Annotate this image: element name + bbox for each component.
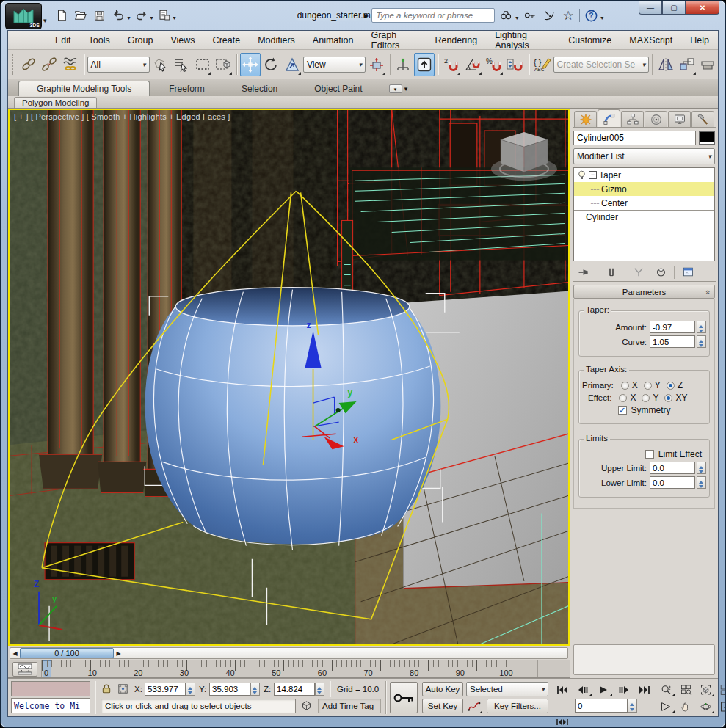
- current-frame-field[interactable]: [575, 699, 628, 713]
- perspective-viewport[interactable]: [ + ] [ Perspective ] [ Smooth + Highlig…: [8, 109, 570, 646]
- time-slider-next-icon[interactable]: ▶: [114, 648, 123, 658]
- z-coord-field[interactable]: [274, 682, 315, 696]
- save-button[interactable]: [91, 7, 109, 24]
- play-button[interactable]: [594, 682, 613, 697]
- menu-item[interactable]: Views: [161, 35, 203, 46]
- ribbon-display-dropdown[interactable]: ▾ ▾: [389, 84, 408, 93]
- auto-key-button[interactable]: Auto Key: [422, 682, 463, 696]
- limit-effect-checkbox[interactable]: [645, 450, 654, 459]
- undo-button[interactable]: [110, 7, 128, 24]
- menu-item[interactable]: Help: [681, 35, 718, 46]
- menu-item[interactable]: MAXScript: [620, 35, 681, 46]
- amount-spinner[interactable]: [697, 321, 706, 333]
- primary-x-radio[interactable]: [621, 382, 629, 390]
- redo-button[interactable]: [133, 7, 150, 24]
- key-mode-toggle-button[interactable]: [553, 714, 571, 728]
- select-by-name-button[interactable]: [171, 53, 192, 76]
- maximize-viewport-toggle-button[interactable]: [716, 699, 726, 714]
- menu-item[interactable]: Tools: [80, 35, 119, 46]
- curve-field[interactable]: [650, 335, 695, 348]
- upper-limit-field[interactable]: [650, 462, 695, 474]
- primary-y-radio[interactable]: [644, 382, 652, 390]
- time-slider-prev-icon[interactable]: ◀: [10, 648, 20, 658]
- effect-x-radio[interactable]: [619, 394, 627, 402]
- tab-hierarchy[interactable]: [621, 111, 644, 127]
- snaps-toggle-button[interactable]: 2: [441, 53, 462, 76]
- isolate-selection-button[interactable]: [300, 699, 313, 713]
- remove-modifier-button[interactable]: [650, 264, 671, 280]
- select-object-button[interactable]: [150, 53, 171, 76]
- search-input[interactable]: [371, 8, 495, 23]
- search-binoculars-icon[interactable]: [498, 7, 514, 23]
- menu-item[interactable]: Customize: [559, 35, 620, 46]
- select-and-move-button[interactable]: [240, 53, 261, 76]
- toggle-set-key-mode-button[interactable]: [390, 682, 418, 713]
- ribbon-tab-object-paint[interactable]: Object Paint: [297, 81, 380, 96]
- previous-frame-button[interactable]: [573, 682, 592, 697]
- ribbon-tab-freeform[interactable]: Freeform: [151, 81, 222, 96]
- menu-item[interactable]: Lighting Analysis: [486, 30, 559, 51]
- symmetry-checkbox[interactable]: ✓: [618, 406, 627, 415]
- open-mini-curve-editor-button[interactable]: [12, 662, 37, 677]
- primary-z-radio[interactable]: [667, 382, 675, 390]
- zoom-extents-button[interactable]: [697, 682, 715, 697]
- effect-y-radio[interactable]: [642, 394, 650, 402]
- maxscript-mini-listener[interactable]: [11, 681, 90, 696]
- ribbon-tab-selection[interactable]: Selection: [224, 81, 295, 96]
- tab-create[interactable]: [574, 111, 597, 127]
- toolbar-customize-icon[interactable]: ▾: [173, 15, 176, 21]
- collapse-icon[interactable]: −: [589, 171, 597, 179]
- barrel-object[interactable]: [145, 288, 441, 550]
- layer-manager-button[interactable]: [698, 53, 719, 76]
- field-of-view-button[interactable]: [657, 699, 675, 714]
- select-and-link-button[interactable]: [18, 53, 39, 76]
- frame-spinner[interactable]: [628, 699, 637, 713]
- maxscript-listener-line[interactable]: Welcome to Mi: [11, 698, 90, 713]
- absolute-offset-mode-button[interactable]: [117, 682, 129, 696]
- stack-item-gizmo[interactable]: ······ Gizmo: [574, 182, 714, 196]
- selection-lock-button[interactable]: [101, 682, 112, 696]
- x-coord-field[interactable]: [145, 682, 186, 696]
- object-color-swatch[interactable]: [699, 131, 715, 145]
- lower-limit-field[interactable]: [650, 476, 695, 489]
- percent-snap-toggle-button[interactable]: %: [484, 53, 504, 76]
- effect-xy-radio[interactable]: [664, 394, 672, 402]
- select-and-manipulate-button[interactable]: [393, 53, 413, 76]
- subtab-polygon-modeling[interactable]: Polygon Modeling: [14, 97, 97, 108]
- stack-item-center[interactable]: ······ Center: [574, 196, 714, 210]
- stack-item-taper[interactable]: − Taper: [574, 168, 714, 182]
- go-to-end-button[interactable]: [635, 682, 654, 697]
- viewcube[interactable]: [491, 132, 557, 181]
- set-key-button[interactable]: Set Key: [422, 699, 463, 713]
- rectangular-selection-region-button[interactable]: [192, 53, 213, 76]
- lower-limit-spinner[interactable]: [697, 476, 706, 489]
- mirror-button[interactable]: [656, 53, 676, 76]
- menu-item[interactable]: Graph Editors: [362, 30, 426, 51]
- search-flyout-icon[interactable]: ▶: [364, 12, 369, 19]
- zoom-extents-all-button[interactable]: [716, 682, 726, 697]
- zoom-all-button[interactable]: [677, 682, 695, 697]
- tab-display[interactable]: [668, 111, 691, 127]
- subscription-key-icon[interactable]: [522, 7, 538, 23]
- search-dropdown-icon[interactable]: ▾: [515, 15, 518, 21]
- spinner-snap-toggle-button[interactable]: [505, 53, 526, 76]
- pin-stack-button[interactable]: [574, 264, 595, 280]
- tab-utilities[interactable]: [691, 111, 714, 127]
- help-icon[interactable]: ?: [583, 7, 599, 23]
- toolbar-grip[interactable]: [12, 54, 15, 75]
- redo-dropdown-icon[interactable]: ▾: [150, 15, 153, 21]
- use-pivot-center-button[interactable]: [366, 53, 387, 76]
- angle-snap-toggle-button[interactable]: [462, 53, 483, 76]
- x-coord-spinner[interactable]: [186, 682, 195, 696]
- object-name-field[interactable]: [573, 131, 696, 145]
- align-button[interactable]: [677, 53, 697, 76]
- pan-button[interactable]: [677, 699, 695, 714]
- edit-named-selection-sets-button[interactable]: { }ABC: [532, 53, 553, 76]
- help-dropdown-icon[interactable]: ▾: [600, 15, 603, 21]
- select-and-scale-button[interactable]: [282, 53, 302, 76]
- add-time-tag[interactable]: Add Time Tag: [318, 699, 381, 713]
- configure-modifier-sets-button[interactable]: [678, 264, 698, 280]
- y-coord-spinner[interactable]: [250, 682, 260, 696]
- time-slider-track[interactable]: ◀ 0 / 100 ▶: [10, 647, 568, 659]
- menu-item[interactable]: Modifiers: [249, 35, 304, 46]
